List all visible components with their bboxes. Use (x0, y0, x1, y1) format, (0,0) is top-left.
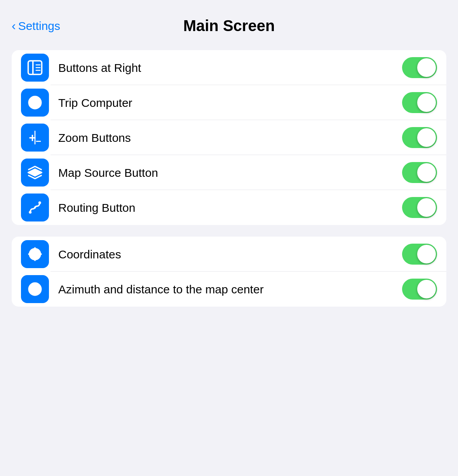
svg-point-15 (34, 206, 36, 208)
back-button[interactable]: ‹ Settings (12, 19, 60, 33)
zoom-buttons-label: Zoom Buttons (58, 130, 402, 145)
buttons-at-right-icon (21, 54, 49, 82)
svg-point-17 (33, 252, 37, 256)
page-title: Main Screen (183, 17, 275, 35)
settings-row: Azimuth and distance to the map center (12, 272, 446, 307)
map-source-button-toggle[interactable] (402, 162, 437, 183)
routing-button-toggle[interactable] (402, 197, 437, 218)
settings-row: Buttons at Right (12, 50, 446, 85)
content: Buttons at Right Trip Computer + − Zoom … (0, 42, 458, 314)
azimuth-distance-icon (21, 275, 49, 303)
settings-row: Trip Computer (12, 85, 446, 120)
settings-row: Routing Button (12, 190, 446, 225)
settings-row: Map Source Button (12, 155, 446, 190)
routing-button-icon (21, 194, 49, 221)
routing-button-label: Routing Button (58, 200, 402, 215)
azimuth-distance-toggle[interactable] (402, 279, 437, 300)
trip-computer-label: Trip Computer (58, 95, 402, 110)
settings-group-group-main: Buttons at Right Trip Computer + − Zoom … (12, 50, 446, 225)
settings-row: Coordinates (12, 237, 446, 272)
svg-text:−: − (36, 136, 41, 146)
trip-computer-toggle[interactable] (402, 92, 437, 113)
coordinates-icon (21, 240, 49, 268)
back-chevron-icon: ‹ (12, 19, 16, 33)
zoom-buttons-toggle[interactable] (402, 127, 437, 148)
coordinates-toggle[interactable] (402, 244, 437, 265)
azimuth-distance-label: Azimuth and distance to the map center (58, 282, 402, 297)
settings-group-group-secondary: Coordinates Azimuth and distance to the … (12, 237, 446, 307)
header: ‹ Settings Main Screen (0, 0, 458, 42)
trip-computer-icon (21, 89, 49, 117)
map-source-button-label: Map Source Button (58, 165, 402, 180)
svg-point-13 (29, 211, 31, 214)
settings-row: + − Zoom Buttons (12, 120, 446, 155)
buttons-at-right-label: Buttons at Right (58, 60, 402, 75)
svg-point-6 (34, 101, 36, 103)
zoom-buttons-icon: + − (21, 124, 49, 152)
map-source-button-icon (21, 159, 49, 187)
back-label: Settings (18, 19, 60, 33)
svg-point-14 (38, 201, 41, 204)
coordinates-label: Coordinates (58, 247, 402, 262)
buttons-at-right-toggle[interactable] (402, 57, 437, 78)
